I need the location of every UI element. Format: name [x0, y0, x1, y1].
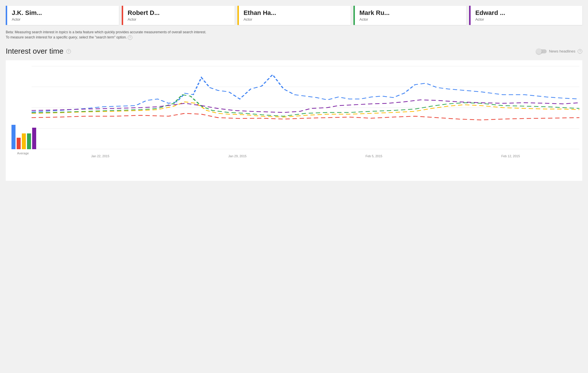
avg-bar-0 [11, 125, 16, 149]
x-label-jan29: Jan 29, 2015 [228, 154, 247, 158]
avg-bar-2 [22, 133, 26, 149]
avg-label: Average [11, 151, 34, 155]
topic-role-mark-ru: Actor [359, 17, 462, 22]
x-axis-labels: Jan 22, 2015 Jan 29, 2015 Feb 5, 2015 Fe… [32, 154, 579, 158]
chart-inner: Average Jan 22, 2015 Jan 29, 2015 Feb 5,… [32, 66, 579, 158]
avg-bar-1 [17, 138, 21, 149]
topic-card-jk-simmons[interactable]: J.K. Sim... Actor [6, 6, 119, 25]
news-help-icon[interactable]: ? [578, 49, 582, 54]
news-headlines-label: News headlines [549, 49, 575, 53]
section-controls: News headlines ? [537, 49, 582, 54]
beta-notice: Beta: Measuring search interest in topic… [6, 30, 207, 40]
topic-role-ethan-ha: Actor [243, 17, 346, 22]
topic-name-ethan-ha: Ethan Ha... [243, 9, 346, 17]
chart-container: Average Jan 22, 2015 Jan 29, 2015 Feb 5,… [6, 60, 582, 181]
topic-card-ethan-ha[interactable]: Ethan Ha... Actor [237, 6, 351, 25]
topic-name-robert-d: Robert D... [128, 9, 230, 17]
news-headlines-toggle[interactable] [537, 49, 547, 53]
topic-card-robert-d[interactable]: Robert D... Actor [122, 6, 235, 25]
topic-name-jk-simmons: J.K. Sim... [12, 9, 114, 17]
section-header: Interest over time ? News headlines ? [6, 47, 582, 56]
chart-lines-svg [32, 66, 579, 149]
avg-bar-3 [27, 133, 31, 149]
interest-over-time-label: Interest over time [6, 47, 63, 56]
blue-line [32, 75, 579, 112]
topic-role-robert-d: Actor [128, 17, 230, 22]
topic-name-mark-ru: Mark Ru... [359, 9, 462, 17]
topic-card-mark-ru[interactable]: Mark Ru... Actor [353, 6, 467, 25]
beta-help-icon[interactable]: ? [128, 35, 132, 40]
interest-help-icon[interactable]: ? [66, 49, 71, 54]
x-label-feb5: Feb 5, 2015 [365, 154, 382, 158]
topic-role-edward: Actor [475, 17, 578, 22]
x-label-jan22: Jan 22, 2015 [91, 154, 109, 158]
red-line [32, 113, 579, 120]
yellow-line [32, 102, 579, 117]
x-label-feb12: Feb 12, 2015 [501, 154, 520, 158]
topic-card-edward[interactable]: Edward ... Actor [469, 6, 582, 25]
section-title: Interest over time ? [6, 47, 71, 56]
topic-name-edward: Edward ... [475, 9, 578, 17]
green-line [32, 95, 579, 116]
topic-cards-container: J.K. Sim... Actor Robert D... Actor Etha… [6, 6, 582, 25]
topic-role-jk-simmons: Actor [12, 17, 114, 22]
